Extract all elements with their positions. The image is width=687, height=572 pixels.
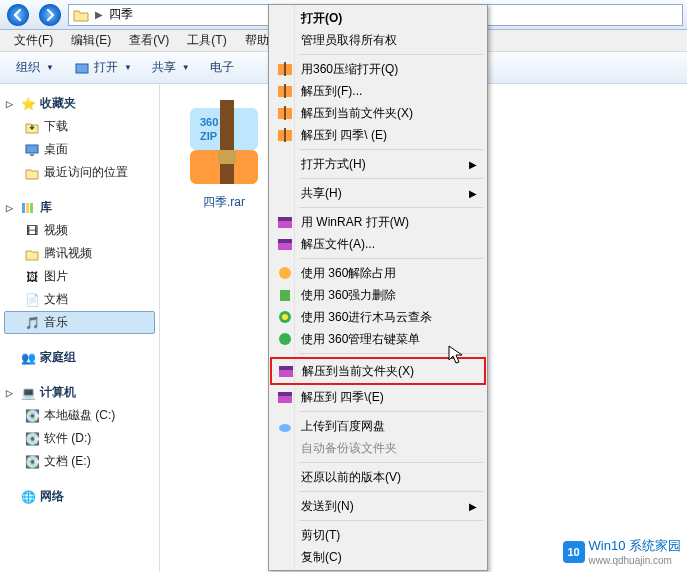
svg-rect-6 xyxy=(26,203,29,213)
svg-rect-15 xyxy=(284,62,286,76)
chevron-right-icon: ▶ xyxy=(95,9,103,20)
drive-icon: 💽 xyxy=(24,408,40,424)
chevron-right-icon: ▶ xyxy=(469,501,477,512)
ctx-extract-to[interactable]: 解压到(F)... xyxy=(271,80,485,102)
svg-rect-7 xyxy=(30,203,33,213)
music-icon: 🎵 xyxy=(24,315,40,331)
unlock-360-icon xyxy=(276,264,294,282)
drive-icon: 💽 xyxy=(24,454,40,470)
ctx-360-force[interactable]: 使用 360强力删除 xyxy=(271,284,485,306)
chevron-right-icon: ▶ xyxy=(469,159,477,170)
toolbar-open[interactable]: 打开 xyxy=(66,56,140,79)
watermark: 10 Win10 系统家园 www.qdhuajin.com xyxy=(563,537,681,566)
watermark-badge: 10 xyxy=(563,541,585,563)
file-item[interactable]: 360 ZIP 四季.rar xyxy=(176,100,272,211)
ctx-open[interactable]: 打开(O) xyxy=(271,7,485,29)
ctx-360-free[interactable]: 使用 360解除占用 xyxy=(271,262,485,284)
sidebar-item-pictures[interactable]: 🖼图片 xyxy=(4,265,155,288)
watermark-title: Win10 系统家园 xyxy=(589,538,681,553)
winrar-icon xyxy=(276,388,294,406)
svg-text:360: 360 xyxy=(200,116,218,128)
back-button[interactable] xyxy=(4,2,32,28)
svg-rect-3 xyxy=(26,145,38,153)
zip-icon xyxy=(276,60,294,78)
svg-point-26 xyxy=(279,267,291,279)
ctx-extract-files[interactable]: 解压文件(A)... xyxy=(271,233,485,255)
folder-icon xyxy=(24,246,40,262)
ctx-cut[interactable]: 剪切(T) xyxy=(271,524,485,546)
network-icon: 🌐 xyxy=(20,489,36,505)
delete-360-icon xyxy=(276,286,294,304)
winrar-icon xyxy=(276,213,294,231)
svg-rect-4 xyxy=(30,154,34,156)
svg-rect-32 xyxy=(279,366,293,370)
sidebar-item-videos[interactable]: 🎞视频 xyxy=(4,219,155,242)
ctx-restore[interactable]: 还原以前的版本(V) xyxy=(271,466,485,488)
folder-icon xyxy=(73,7,89,23)
sidebar-libraries[interactable]: ▷库 xyxy=(4,196,155,219)
zip-icon xyxy=(276,104,294,122)
svg-point-0 xyxy=(7,4,29,26)
picture-icon: 🖼 xyxy=(24,269,40,285)
svg-rect-27 xyxy=(280,290,290,301)
sidebar-item-music[interactable]: 🎵音乐 xyxy=(4,311,155,334)
sidebar-item-downloads[interactable]: 下载 xyxy=(4,115,155,138)
star-icon: ⭐ xyxy=(20,96,36,112)
ctx-360zip-open[interactable]: 用360压缩打开(Q) xyxy=(271,58,485,80)
svg-rect-19 xyxy=(284,106,286,120)
svg-text:ZIP: ZIP xyxy=(200,130,217,142)
menu-file[interactable]: 文件(F) xyxy=(6,30,61,51)
ctx-admin[interactable]: 管理员取得所有权 xyxy=(271,29,485,51)
svg-rect-5 xyxy=(22,203,25,213)
ctx-share[interactable]: 共享(H)▶ xyxy=(271,182,485,204)
sidebar-item-recent[interactable]: 最近访问的位置 xyxy=(4,161,155,184)
sidebar-item-tencent[interactable]: 腾讯视频 xyxy=(4,242,155,265)
ctx-copy[interactable]: 复制(C) xyxy=(271,546,485,568)
svg-rect-2 xyxy=(76,64,88,73)
ctx-winrar-open[interactable]: 用 WinRAR 打开(W) xyxy=(271,211,485,233)
cloud-icon xyxy=(276,417,294,435)
sidebar-favorites[interactable]: ▷⭐收藏夹 xyxy=(4,92,155,115)
ctx-send-to[interactable]: 发送到(N)▶ xyxy=(271,495,485,517)
context-menu: 打开(O) 管理员取得所有权 用360压缩打开(Q) 解压到(F)... 解压到… xyxy=(268,4,488,571)
svg-rect-23 xyxy=(278,217,292,221)
svg-rect-34 xyxy=(278,392,292,396)
path-segment[interactable]: 四季 xyxy=(109,6,133,23)
ctx-upload-baidu[interactable]: 上传到百度网盘 xyxy=(271,415,485,437)
sidebar-network[interactable]: 🌐网络 xyxy=(4,485,155,508)
ctx-extract-here[interactable]: 解压到当前文件夹(X) xyxy=(271,102,485,124)
cursor-icon xyxy=(448,345,464,368)
winrar-icon xyxy=(277,362,295,380)
sidebar-computer[interactable]: ▷💻计算机 xyxy=(4,381,155,404)
ctx-360-scan[interactable]: 使用 360进行木马云查杀 xyxy=(271,306,485,328)
zip-icon xyxy=(276,82,294,100)
toolbar-organize[interactable]: 组织 xyxy=(8,56,62,79)
sidebar-item-drive-e[interactable]: 💽文档 (E:) xyxy=(4,450,155,473)
ctx-open-with[interactable]: 打开方式(H)▶ xyxy=(271,153,485,175)
winrar-icon xyxy=(276,235,294,253)
recent-icon xyxy=(24,165,40,181)
svg-rect-17 xyxy=(284,84,286,98)
toolbar-share[interactable]: 共享 xyxy=(144,56,198,79)
svg-point-35 xyxy=(279,424,291,432)
archive-icon: 360 ZIP xyxy=(184,100,264,190)
toolbar-email[interactable]: 电子 xyxy=(202,56,242,79)
sidebar-item-drive-d[interactable]: 💽软件 (D:) xyxy=(4,427,155,450)
sidebar-item-drive-c[interactable]: 💽本地磁盘 (C:) xyxy=(4,404,155,427)
svg-rect-25 xyxy=(278,239,292,243)
desktop-icon xyxy=(24,142,40,158)
ctx-extract-folder-winrar[interactable]: 解压到 四季\(E) xyxy=(271,386,485,408)
svg-rect-12 xyxy=(220,100,234,184)
svg-rect-13 xyxy=(218,150,236,164)
download-icon xyxy=(24,119,40,135)
menu-edit[interactable]: 编辑(E) xyxy=(63,30,119,51)
menu-view[interactable]: 查看(V) xyxy=(121,30,177,51)
sidebar-item-documents[interactable]: 📄文档 xyxy=(4,288,155,311)
library-icon xyxy=(20,200,36,216)
svg-rect-21 xyxy=(284,128,286,142)
sidebar-item-desktop[interactable]: 桌面 xyxy=(4,138,155,161)
forward-button[interactable] xyxy=(36,2,64,28)
ctx-extract-folder[interactable]: 解压到 四季\ (E) xyxy=(271,124,485,146)
sidebar-homegroup[interactable]: 👥家庭组 xyxy=(4,346,155,369)
menu-tools[interactable]: 工具(T) xyxy=(179,30,234,51)
